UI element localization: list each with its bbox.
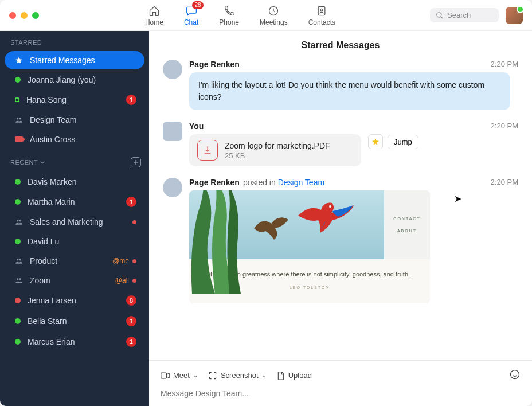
message-time: 2:20 PM	[491, 60, 518, 68]
message-row: You Zoom logo for marketing.PDF 25 KB	[163, 122, 518, 166]
file-icon	[277, 371, 285, 380]
profile-avatar[interactable]	[506, 7, 523, 24]
svg-point-2	[320, 9, 323, 11]
star-button[interactable]	[368, 134, 383, 149]
sidebar-item-design-team[interactable]: Design Team	[5, 111, 144, 129]
presence-icon	[15, 77, 21, 83]
emoji-button[interactable]	[509, 369, 521, 382]
avatar[interactable]	[163, 60, 182, 79]
tab-chat[interactable]: 28 Chat	[184, 5, 198, 26]
mention-badge: @all	[115, 276, 129, 284]
parrot-graphic	[292, 198, 355, 236]
sidebar-item-martha[interactable]: Martha Marin 1	[5, 192, 144, 212]
svg-point-10	[17, 278, 19, 280]
sidebar-section-recent: RECENT	[0, 149, 149, 172]
sidebar-item-marcus[interactable]: Marcus Erian 1	[5, 332, 144, 352]
sidebar-item-austin[interactable]: Austin Cross	[5, 130, 144, 149]
image-preview[interactable]: CONTACT ABOUT There is no greatness wher…	[189, 190, 430, 303]
tab-label: Contacts	[308, 18, 335, 26]
unread-dot-icon	[132, 259, 136, 263]
sidebar-item-david[interactable]: David Lu	[5, 232, 144, 251]
tab-label: Home	[145, 18, 163, 26]
pdf-icon	[197, 140, 218, 161]
svg-point-5	[19, 118, 22, 120]
chat-icon: 28	[185, 5, 198, 17]
contacts-icon	[315, 5, 328, 17]
sidebar-item-starred-messages[interactable]: Starred Messages	[5, 51, 144, 69]
message-time: 2:20 PM	[491, 178, 518, 186]
sidebar-item-product[interactable]: Product @me	[5, 252, 144, 270]
message-bubble: I'm liking the layout a lot! Do you thin…	[189, 72, 510, 110]
message-list: Page Renken I'm liking the layout a lot!…	[149, 60, 532, 360]
sidebar-item-zoom[interactable]: Zoom @all	[5, 271, 144, 290]
chat-badge: 28	[192, 1, 203, 9]
screenshot-icon	[208, 371, 217, 380]
titlebar: Home 28 Chat Phone Meetings Contacts	[0, 0, 532, 31]
tab-phone[interactable]: Phone	[219, 5, 239, 26]
group-icon	[15, 116, 23, 124]
screenshot-button[interactable]: Screenshot ⌄	[208, 371, 267, 380]
upload-button[interactable]: Upload	[277, 371, 312, 380]
tab-label: Meetings	[260, 18, 288, 26]
group-icon	[15, 276, 23, 284]
zoom-window-icon[interactable]	[32, 12, 39, 19]
sidebar-item-label: Austin Cross	[30, 135, 136, 144]
sidebar-item-jenna[interactable]: Jenna Larsen 8	[5, 291, 144, 310]
message-input[interactable]	[161, 385, 521, 399]
tab-meetings[interactable]: Meetings	[260, 5, 288, 26]
chevron-down-icon: ⌄	[262, 372, 267, 378]
search-input[interactable]: Search	[430, 8, 499, 22]
sidebar-item-bella[interactable]: Bella Starn 1	[5, 311, 144, 331]
sidebar-item-davis[interactable]: Davis Marken	[5, 173, 144, 191]
search-placeholder: Search	[447, 11, 471, 19]
sidebar-item-label: Starred Messages	[30, 56, 136, 65]
close-window-icon[interactable]	[9, 12, 16, 19]
smile-icon	[509, 369, 521, 380]
presence-icon	[15, 179, 21, 185]
sidebar: STARRED Starred Messages Joanna Jiang (y…	[0, 31, 149, 406]
clock-icon	[267, 5, 280, 17]
channel-link[interactable]: Design Team	[278, 178, 324, 187]
tab-home[interactable]: Home	[145, 5, 163, 26]
main-panel: Starred Messages Page Renken I'm liking …	[149, 31, 532, 406]
video-icon	[15, 136, 23, 142]
svg-point-3	[437, 12, 441, 17]
sidebar-item-label: Hana Song	[26, 95, 119, 104]
meet-button[interactable]: Meet ⌄	[161, 371, 198, 380]
message-row: Page Renken posted in Design Team	[163, 178, 518, 303]
svg-point-11	[19, 278, 22, 280]
svg-point-4	[17, 118, 19, 120]
svg-point-6	[17, 220, 19, 222]
presence-icon	[15, 239, 21, 244]
sidebar-item-label: Design Team	[30, 115, 136, 124]
phone-icon	[223, 5, 236, 17]
sidebar-item-label: Jenna Larsen	[28, 296, 119, 305]
presence-icon	[15, 298, 21, 303]
presence-icon	[15, 97, 19, 102]
minimize-window-icon[interactable]	[21, 12, 28, 19]
message-row: Page Renken I'm liking the layout a lot!…	[163, 60, 518, 110]
unread-count: 1	[126, 197, 136, 207]
message-author: Page Renken	[189, 60, 240, 69]
avatar[interactable]	[163, 178, 182, 197]
unread-count: 1	[126, 95, 136, 105]
unread-count: 1	[126, 316, 136, 326]
svg-point-12	[329, 205, 331, 208]
tab-contacts[interactable]: Contacts	[308, 5, 335, 26]
video-icon	[161, 372, 170, 380]
presence-icon	[15, 318, 21, 324]
message-author: Page Renken	[189, 178, 240, 187]
sidebar-item-self[interactable]: Joanna Jiang (you)	[5, 71, 144, 89]
svg-point-14	[511, 370, 519, 379]
sidebar-item-label: Zoom	[30, 276, 108, 285]
add-recent-button[interactable]	[131, 157, 141, 167]
page-title: Starred Messages	[149, 31, 532, 60]
avatar[interactable]	[163, 122, 182, 141]
sidebar-section-starred: STARRED	[0, 31, 149, 50]
jump-button[interactable]: Jump	[388, 135, 418, 149]
file-attachment[interactable]: Zoom logo for marketing.PDF 25 KB	[189, 134, 361, 166]
sidebar-item-sales[interactable]: Sales and Marketing	[5, 213, 144, 231]
sidebar-item-hana[interactable]: Hana Song 1	[5, 90, 144, 110]
chevron-down-icon[interactable]	[40, 160, 45, 165]
tab-label: Phone	[219, 18, 239, 26]
